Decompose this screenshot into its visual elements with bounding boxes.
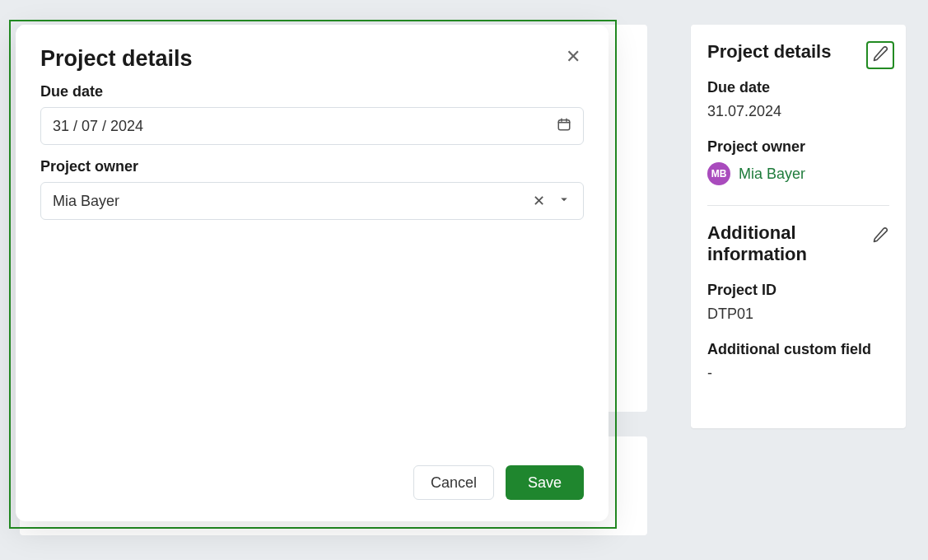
custom-field-label: Additional custom field — [707, 341, 889, 358]
due-date-value: 31.07.2024 — [707, 103, 889, 120]
edit-details-button[interactable] — [866, 41, 894, 69]
modal-footer: Cancel Save — [40, 465, 584, 500]
owner-field-label: Project owner — [40, 158, 584, 175]
project-details-modal: Project details ✕ Due date 31 / 07 / 202… — [16, 25, 609, 521]
pencil-icon — [872, 226, 888, 246]
due-date-input[interactable]: 31 / 07 / 2024 — [40, 107, 584, 145]
due-date-field-label: Due date — [40, 83, 584, 100]
close-icon: ✕ — [566, 46, 581, 67]
due-date-label: Due date — [707, 79, 889, 96]
owner-select[interactable]: Mia Bayer ✕ — [40, 182, 584, 220]
sidebar-section-additional: Additional information Project ID DTP01 … — [707, 205, 889, 412]
close-button[interactable]: ✕ — [562, 46, 584, 68]
cancel-button[interactable]: Cancel — [413, 465, 494, 500]
project-owner-link[interactable]: Mia Bayer — [739, 166, 805, 183]
save-button[interactable]: Save — [506, 465, 584, 500]
edit-additional-button[interactable] — [866, 222, 894, 250]
owner-select-value: Mia Bayer — [53, 193, 119, 210]
owner-dropdown-toggle[interactable] — [557, 192, 571, 211]
project-owner-row: MB Mia Bayer — [707, 162, 889, 185]
custom-field-value: - — [707, 365, 889, 382]
close-icon: ✕ — [533, 193, 545, 209]
sidebar-heading-additional: Additional information — [707, 222, 889, 265]
sidebar-panel: Project details Due date 31.07.2024 Proj… — [691, 25, 906, 428]
sidebar-section-details: Project details Due date 31.07.2024 Proj… — [707, 41, 889, 205]
project-id-label: Project ID — [707, 282, 889, 299]
sidebar-heading-details: Project details — [707, 41, 889, 63]
chevron-down-icon — [557, 194, 571, 210]
pencil-icon — [872, 45, 888, 65]
avatar: MB — [707, 162, 730, 185]
modal-title: Project details — [40, 46, 193, 72]
calendar-icon[interactable] — [557, 117, 571, 136]
form-group-due-date: Due date 31 / 07 / 2024 — [40, 83, 584, 145]
project-owner-label: Project owner — [707, 138, 889, 156]
svg-rect-0 — [558, 119, 570, 129]
due-date-input-value: 31 / 07 / 2024 — [53, 118, 143, 135]
project-id-value: DTP01 — [707, 306, 889, 323]
clear-owner-button[interactable]: ✕ — [533, 192, 545, 210]
modal-header: Project details ✕ — [40, 46, 584, 83]
form-group-owner: Project owner Mia Bayer ✕ — [40, 158, 584, 220]
